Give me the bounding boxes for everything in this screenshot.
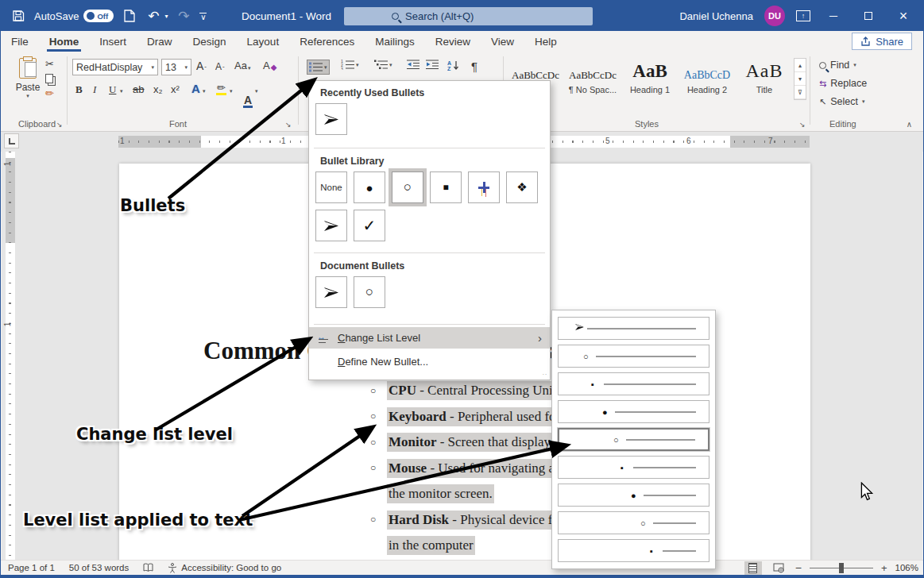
styles-scroll-up-icon[interactable]: ▴: [794, 59, 806, 72]
decrease-indent-button[interactable]: [407, 60, 419, 69]
word-count[interactable]: 50 of 53 words: [62, 563, 136, 572]
copy-icon[interactable]: [45, 74, 53, 83]
paste-button[interactable]: Paste ▾: [10, 58, 45, 99]
list-level-8[interactable]: ○: [558, 511, 709, 534]
style-no-spacing[interactable]: AaBbCcDc ¶ No Spac...: [566, 58, 619, 99]
clear-formatting-icon[interactable]: A◆: [263, 60, 276, 71]
accessibility-status[interactable]: Accessibility: Good to go: [160, 563, 288, 573]
change-case-icon[interactable]: Aa▾: [234, 60, 250, 71]
minimize-button[interactable]: ─: [822, 1, 845, 31]
subscript-icon[interactable]: x₂: [153, 83, 163, 95]
define-new-bullet-item[interactable]: Define New Bullet...: [309, 351, 550, 372]
styles-dialog-launcher[interactable]: ↘: [799, 121, 806, 129]
tab-mailings[interactable]: Mailings: [365, 31, 425, 52]
bullet-four-diamonds[interactable]: ❖: [506, 171, 538, 203]
bullet-color-cross[interactable]: [468, 171, 500, 203]
doc-bullet-hollow-circle[interactable]: ○: [354, 276, 385, 308]
recent-bullet-arrowhead[interactable]: [315, 103, 347, 135]
tab-review[interactable]: Review: [425, 31, 481, 52]
style-title[interactable]: AaB Title: [738, 58, 791, 99]
web-layout-view-icon[interactable]: [770, 561, 787, 575]
tab-file[interactable]: File: [1, 31, 39, 52]
grow-font-icon[interactable]: Aˆ: [196, 60, 207, 72]
text-effects-icon[interactable]: A: [191, 82, 200, 95]
zoom-in-button[interactable]: +: [881, 562, 887, 574]
cut-icon[interactable]: ✂: [45, 58, 54, 70]
bullet-checkmark[interactable]: ✓: [354, 210, 385, 241]
tab-insert[interactable]: Insert: [89, 31, 137, 52]
list-level-1[interactable]: [558, 317, 709, 340]
show-paragraph-marks-button[interactable]: ¶: [471, 60, 477, 73]
zoom-slider[interactable]: [810, 568, 873, 568]
tab-draw[interactable]: Draw: [137, 31, 183, 52]
tab-selector[interactable]: [4, 133, 19, 148]
underline-caret-icon[interactable]: ▾: [120, 88, 123, 94]
zoom-slider-thumb[interactable]: [839, 563, 844, 573]
superscript-icon[interactable]: x²: [171, 83, 180, 95]
list-level-2[interactable]: ○: [558, 345, 709, 368]
font-name-combo[interactable]: RedHatDisplay▾: [72, 59, 158, 75]
strikethrough-icon[interactable]: ab: [133, 83, 144, 95]
save-icon[interactable]: [10, 8, 26, 24]
list-level-7[interactable]: ●: [558, 484, 709, 507]
style-heading2[interactable]: AaBbCcD Heading 2: [681, 58, 733, 99]
tab-help[interactable]: Help: [524, 31, 567, 52]
tab-layout[interactable]: Layout: [237, 31, 290, 52]
close-button[interactable]: ×: [891, 1, 915, 31]
bullet-none[interactable]: None: [315, 171, 347, 203]
styles-more-icon[interactable]: ⊽: [794, 86, 806, 99]
bullets-button[interactable]: ▾: [307, 60, 330, 75]
italic-icon[interactable]: I: [93, 83, 96, 96]
zoom-out-button[interactable]: −: [795, 561, 802, 574]
font-dialog-launcher[interactable]: ↘: [285, 121, 292, 129]
bullet-filled-dot[interactable]: ●: [354, 171, 385, 203]
zoom-level[interactable]: 106%: [895, 563, 918, 572]
list-level-9[interactable]: ▪: [558, 539, 709, 562]
clipboard-dialog-launcher[interactable]: ↘: [56, 121, 63, 129]
customize-quick-access-icon[interactable]: ∨: [199, 13, 207, 20]
bullet-square[interactable]: ■: [430, 171, 462, 203]
replace-button[interactable]: ⇆ Replace: [819, 78, 867, 89]
proofing-icon[interactable]: [136, 563, 160, 572]
ribbon-display-options-icon[interactable]: ↑: [796, 10, 810, 21]
page-indicator[interactable]: Page 1 of 1: [1, 563, 62, 572]
share-button[interactable]: Share: [852, 33, 912, 50]
user-name[interactable]: Daniel Uchenna: [679, 10, 753, 22]
vertical-ruler[interactable]: 1 1: [6, 152, 15, 561]
menu-resize-grip[interactable]: ∙∙: [543, 371, 547, 378]
sort-button[interactable]: AZ: [447, 60, 462, 71]
find-button[interactable]: Find▾: [819, 60, 856, 71]
list-level-3[interactable]: ▪: [558, 372, 709, 395]
increase-indent-button[interactable]: [426, 60, 439, 69]
tab-references[interactable]: References: [289, 31, 365, 52]
undo-icon[interactable]: ↶: [145, 8, 161, 24]
font-size-combo[interactable]: 13▾: [161, 59, 191, 75]
list-level-5-selected[interactable]: ○: [558, 428, 709, 451]
maximize-button[interactable]: [856, 1, 880, 31]
avatar[interactable]: DU: [764, 6, 785, 26]
bullet-arrowhead[interactable]: [315, 210, 347, 241]
select-button[interactable]: ↖ Select▾: [819, 96, 864, 107]
list-level-6[interactable]: ▪: [558, 456, 709, 479]
styles-scroll-down-icon[interactable]: ▾: [794, 72, 806, 86]
tab-view[interactable]: View: [481, 31, 524, 52]
format-painter-icon[interactable]: ✏: [45, 87, 54, 99]
bold-icon[interactable]: B: [75, 83, 83, 96]
new-document-icon[interactable]: [122, 8, 137, 24]
numbering-button[interactable]: 123 ▾: [341, 60, 359, 70]
doc-bullet-arrowhead[interactable]: [315, 276, 347, 308]
tab-home[interactable]: Home: [39, 31, 90, 52]
underline-icon[interactable]: U: [109, 83, 116, 96]
collapse-ribbon-icon[interactable]: ∧: [907, 120, 912, 129]
multilevel-list-button[interactable]: ▾: [374, 60, 392, 70]
search-input[interactable]: Search (Alt+Q): [344, 7, 593, 25]
list-level-4[interactable]: ●: [558, 400, 709, 423]
bullet-hollow-circle-selected[interactable]: ○: [392, 171, 423, 203]
change-list-level-item[interactable]: ↔ Change List Level ›: [309, 327, 550, 349]
tab-design[interactable]: Design: [183, 31, 237, 52]
undo-caret-icon[interactable]: ▾: [164, 13, 168, 20]
style-heading1[interactable]: AaB Heading 1: [624, 58, 676, 99]
print-layout-view-icon[interactable]: [744, 561, 762, 575]
shrink-font-icon[interactable]: Aˇ: [215, 61, 225, 72]
autosave-toggle[interactable]: Off: [83, 10, 114, 22]
